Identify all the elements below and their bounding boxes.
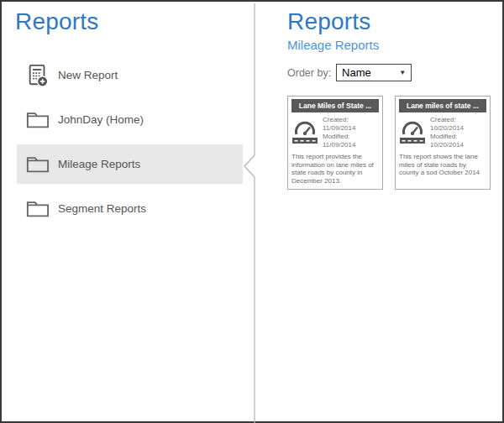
created-label: Created: [430,116,456,123]
sidebar-item-johnday-home[interactable]: JohnDay (Home) [17,100,243,139]
report-card[interactable]: Lane miles of state ... [395,96,491,190]
report-card-meta: Created: 11/09/2014 Modified: 11/09/2014 [323,116,379,149]
sidebar-title: Reports [15,8,98,35]
main-pane: Reports Mileage Reports Order by: Name ▼… [255,2,502,421]
sidebar-item-segment-reports[interactable]: Segment Reports [17,189,243,228]
folder-icon [25,107,50,133]
sidebar-item-new-report[interactable]: New Report [17,55,243,95]
sidebar-item-label: New Report [58,69,118,81]
modified-value: 10/20/2014 [430,141,464,149]
folder-icon [25,152,50,177]
order-by-row: Order by: Name ▼ [287,64,502,81]
sidebar-nav: New Report JohnDay (Home) [17,55,243,233]
report-card-title: Lane miles of state ... [399,99,486,112]
sidebar: Reports New Report [2,2,255,421]
chevron-down-icon: ▼ [399,69,406,76]
sidebar-item-label: Segment Reports [58,202,146,215]
order-by-selected-value: Name [342,66,371,79]
modified-label: Modified: [323,133,349,140]
modified-label: Modified: [430,133,457,140]
modified-value: 11/09/2014 [323,141,355,149]
created-value: 10/20/2014 [430,124,464,132]
reports-window: Reports New Report [0,0,504,423]
page-title: Reports [287,8,502,35]
mileage-gauge-icon [291,121,318,144]
report-card-description: This report provides the information on … [291,153,379,185]
sidebar-item-mileage-reports[interactable]: Mileage Reports [17,144,243,184]
folder-icon [25,196,50,222]
created-value: 11/09/2014 [323,124,355,132]
sidebar-item-label: Mileage Reports [58,158,140,170]
report-card-meta: Created: 10/20/2014 Modified: 10/20/2014 [430,116,486,149]
created-label: Created: [323,116,349,123]
new-report-icon [25,63,50,88]
order-by-label: Order by: [287,67,331,79]
order-by-select[interactable]: Name ▼ [336,64,412,81]
report-card-description: This report shows the lane miles of stat… [399,153,486,177]
mileage-gauge-icon [399,121,426,144]
sidebar-item-label: JohnDay (Home) [58,113,144,126]
breadcrumb-mileage-reports[interactable]: Mileage Reports [287,38,502,52]
report-card[interactable]: Lane Miles of State ... [287,96,383,190]
report-card-list: Lane Miles of State ... [287,96,502,190]
report-card-title: Lane Miles of State ... [291,99,379,112]
